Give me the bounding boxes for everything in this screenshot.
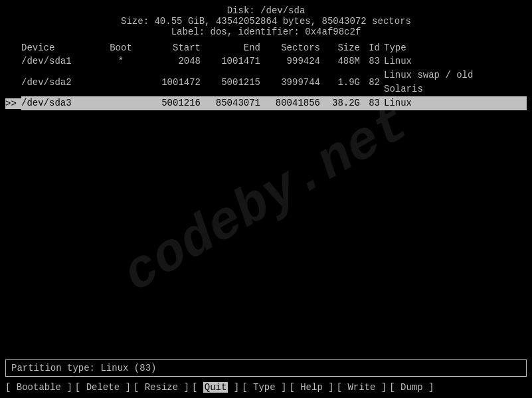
cell-start: 2048: [141, 54, 201, 68]
cell-boot: *: [101, 54, 141, 68]
table-row[interactable]: /dev/sda1 * 2048 1001471 999424 488M 83 …: [5, 54, 527, 68]
status-text: Partition type: Linux (83): [11, 363, 156, 373]
btn-label-bootable: Bootable: [17, 382, 61, 393]
cell-type: Linux: [380, 54, 513, 68]
terminal-screen: codeby.net Disk: /dev/sda Size: 40.55 Gi…: [0, 0, 532, 398]
cell-sectors: 999424: [260, 54, 320, 68]
cell-sectors: 80041856: [260, 96, 320, 110]
cell-start: 5001216: [141, 96, 201, 110]
col-header-start: Start: [141, 43, 201, 53]
button-bar: [ Bootable ][ Delete ][ Resize ][ Quit ]…: [5, 382, 434, 393]
disk-size-line: Size: 40.55 GiB, 43542052864 bytes, 8504…: [0, 16, 532, 27]
btn-type[interactable]: [ Type ]: [242, 382, 286, 393]
btn-label-help: Help: [300, 382, 323, 393]
col-header-sectors: Sectors: [260, 43, 320, 53]
cell-type: Linux swap / old Solaris: [380, 68, 513, 96]
btn-bootable[interactable]: [ Bootable ]: [5, 382, 72, 393]
cell-id: 83: [360, 54, 380, 68]
btn-label-delete: Delete: [86, 382, 120, 393]
btn-quit[interactable]: [ Quit ]: [192, 382, 239, 393]
partition-rows: /dev/sda1 * 2048 1001471 999424 488M 83 …: [5, 54, 527, 110]
btn-write[interactable]: [ Write ]: [337, 382, 387, 393]
partition-row-content: /dev/sda2 1001472 5001215 3999744 1.9G 8…: [21, 68, 527, 96]
cell-size: 488M: [320, 54, 360, 68]
btn-label-dump: Dump: [400, 382, 423, 393]
row-indicator: >>: [5, 98, 21, 109]
cell-end: 85043071: [201, 96, 260, 110]
btn-dump[interactable]: [ Dump ]: [389, 382, 434, 393]
col-header-type: Type: [380, 43, 513, 53]
cell-end: 5001215: [201, 76, 260, 90]
btn-label-type: Type: [253, 382, 276, 393]
cell-end: 1001471: [201, 54, 260, 68]
table-row[interactable]: >> /dev/sda3 5001216 85043071 80041856 3…: [5, 96, 527, 110]
bottom-bar: [ Bootable ][ Delete ][ Resize ][ Quit ]…: [0, 379, 532, 398]
partition-table: Device Boot Start End Sectors Size Id Ty…: [0, 40, 532, 357]
cell-id: 83: [360, 96, 380, 110]
table-row[interactable]: /dev/sda2 1001472 5001215 3999744 1.9G 8…: [5, 68, 527, 96]
btn-help[interactable]: [ Help ]: [289, 382, 333, 393]
col-header-id: Id: [360, 43, 380, 53]
cell-size: 1.9G: [320, 76, 360, 90]
col-header-device: Device: [21, 43, 101, 53]
disk-title: Disk: /dev/sda: [0, 5, 532, 16]
btn-resize[interactable]: [ Resize ]: [133, 382, 189, 393]
col-header-boot: Boot: [101, 43, 141, 53]
col-header-size: Size: [320, 43, 360, 53]
col-header-end: End: [201, 43, 260, 53]
cell-size: 38.2G: [320, 96, 360, 110]
cell-device: /dev/sda1: [21, 54, 101, 68]
cell-device: /dev/sda3: [21, 96, 101, 110]
cell-start: 1001472: [141, 76, 201, 90]
cell-id: 82: [360, 76, 380, 90]
disk-label-line: Label: dos, identifier: 0x4af98c2f: [0, 27, 532, 37]
btn-label-quit: Quit: [203, 382, 228, 393]
partition-row-content: /dev/sda3 5001216 85043071 80041856 38.2…: [21, 96, 527, 110]
cell-type: Linux: [380, 96, 513, 110]
disk-header: Disk: /dev/sda Size: 40.55 GiB, 43542052…: [0, 0, 532, 40]
cell-device: /dev/sda2: [21, 76, 101, 90]
cell-sectors: 3999744: [260, 76, 320, 90]
column-headers: Device Boot Start End Sectors Size Id Ty…: [5, 43, 527, 53]
btn-label-resize: Resize: [145, 382, 178, 393]
btn-label-write: Write: [347, 382, 375, 393]
status-bar: Partition type: Linux (83): [5, 359, 527, 377]
partition-row-content: /dev/sda1 * 2048 1001471 999424 488M 83 …: [21, 54, 527, 68]
btn-delete[interactable]: [ Delete ]: [75, 382, 131, 393]
